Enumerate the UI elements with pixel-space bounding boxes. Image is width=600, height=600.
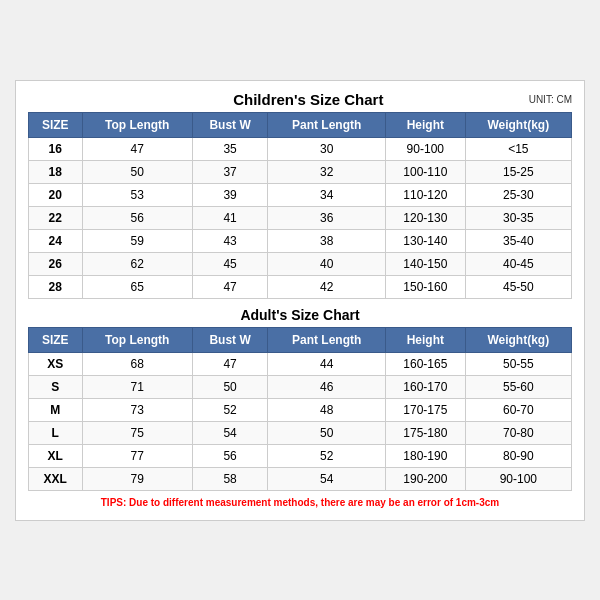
- table-row: 24594338130-14035-40: [29, 229, 572, 252]
- table-cell: 160-170: [385, 375, 465, 398]
- unit-label: UNIT: CM: [529, 94, 572, 105]
- adult-chart-title: Adult's Size Chart: [29, 298, 572, 327]
- adult-header-row: SIZE Top Length Bust W Pant Length Heigh…: [29, 327, 572, 352]
- table-cell: 41: [192, 206, 268, 229]
- adult-col-bust-w: Bust W: [192, 327, 268, 352]
- table-cell: 100-110: [385, 160, 465, 183]
- table-cell: XS: [29, 352, 83, 375]
- table-cell: 44: [268, 352, 386, 375]
- table-cell: 175-180: [385, 421, 465, 444]
- table-cell: 60-70: [465, 398, 571, 421]
- table-cell: 42: [268, 275, 386, 298]
- table-cell: 140-150: [385, 252, 465, 275]
- table-cell: M: [29, 398, 83, 421]
- table-cell: S: [29, 375, 83, 398]
- table-cell: <15: [465, 137, 571, 160]
- table-cell: 62: [82, 252, 192, 275]
- table-cell: 160-165: [385, 352, 465, 375]
- table-cell: 90-100: [385, 137, 465, 160]
- table-row: S715046160-17055-60: [29, 375, 572, 398]
- col-weight: Weight(kg): [465, 112, 571, 137]
- chart-container: Children's Size Chart UNIT: CM SIZE Top …: [15, 80, 585, 521]
- col-size: SIZE: [29, 112, 83, 137]
- col-top-length: Top Length: [82, 112, 192, 137]
- adult-col-pant-length: Pant Length: [268, 327, 386, 352]
- table-row: XL775652180-19080-90: [29, 444, 572, 467]
- table-cell: 47: [192, 275, 268, 298]
- adult-col-size: SIZE: [29, 327, 83, 352]
- table-cell: 56: [192, 444, 268, 467]
- table-cell: 24: [29, 229, 83, 252]
- main-title-row: Children's Size Chart UNIT: CM: [28, 91, 572, 108]
- table-cell: 180-190: [385, 444, 465, 467]
- table-row: M735248170-17560-70: [29, 398, 572, 421]
- table-row: 26624540140-15040-45: [29, 252, 572, 275]
- table-row: XS684744160-16550-55: [29, 352, 572, 375]
- table-cell: 170-175: [385, 398, 465, 421]
- table-cell: 50: [82, 160, 192, 183]
- adult-col-weight: Weight(kg): [465, 327, 571, 352]
- table-cell: 90-100: [465, 467, 571, 490]
- table-cell: 190-200: [385, 467, 465, 490]
- table-cell: 54: [268, 467, 386, 490]
- table-cell: 150-160: [385, 275, 465, 298]
- table-cell: 59: [82, 229, 192, 252]
- children-size-table: SIZE Top Length Bust W Pant Length Heigh…: [28, 112, 572, 510]
- table-cell: 30: [268, 137, 386, 160]
- table-cell: L: [29, 421, 83, 444]
- table-row: 22564136120-13030-35: [29, 206, 572, 229]
- table-cell: 25-30: [465, 183, 571, 206]
- table-cell: 130-140: [385, 229, 465, 252]
- table-cell: 30-35: [465, 206, 571, 229]
- table-cell: 37: [192, 160, 268, 183]
- table-cell: 40: [268, 252, 386, 275]
- table-row: 20533934110-12025-30: [29, 183, 572, 206]
- table-cell: 22: [29, 206, 83, 229]
- table-cell: 16: [29, 137, 83, 160]
- table-cell: 39: [192, 183, 268, 206]
- table-cell: 48: [268, 398, 386, 421]
- table-cell: 79: [82, 467, 192, 490]
- table-cell: 18: [29, 160, 83, 183]
- table-cell: 47: [192, 352, 268, 375]
- table-cell: 34: [268, 183, 386, 206]
- table-cell: 15-25: [465, 160, 571, 183]
- table-cell: 35: [192, 137, 268, 160]
- table-cell: 46: [268, 375, 386, 398]
- adult-title-row: Adult's Size Chart: [29, 298, 572, 327]
- table-cell: 32: [268, 160, 386, 183]
- col-pant-length: Pant Length: [268, 112, 386, 137]
- table-cell: 65: [82, 275, 192, 298]
- table-cell: 80-90: [465, 444, 571, 467]
- table-cell: 54: [192, 421, 268, 444]
- table-cell: 20: [29, 183, 83, 206]
- table-cell: 50-55: [465, 352, 571, 375]
- adult-col-height: Height: [385, 327, 465, 352]
- table-cell: 45: [192, 252, 268, 275]
- table-cell: 58: [192, 467, 268, 490]
- table-cell: 28: [29, 275, 83, 298]
- table-row: 1647353090-100<15: [29, 137, 572, 160]
- adult-col-top-length: Top Length: [82, 327, 192, 352]
- table-row: L755450175-18070-80: [29, 421, 572, 444]
- table-cell: 52: [268, 444, 386, 467]
- table-cell: 36: [268, 206, 386, 229]
- children-chart-title: Children's Size Chart: [88, 91, 529, 108]
- table-cell: 26: [29, 252, 83, 275]
- table-cell: 75: [82, 421, 192, 444]
- table-cell: 56: [82, 206, 192, 229]
- table-cell: 50: [192, 375, 268, 398]
- table-row: 18503732100-11015-25: [29, 160, 572, 183]
- table-cell: 35-40: [465, 229, 571, 252]
- table-cell: 43: [192, 229, 268, 252]
- table-cell: 40-45: [465, 252, 571, 275]
- table-cell: 53: [82, 183, 192, 206]
- table-cell: 50: [268, 421, 386, 444]
- table-cell: 77: [82, 444, 192, 467]
- table-cell: 68: [82, 352, 192, 375]
- table-cell: XL: [29, 444, 83, 467]
- table-cell: 38: [268, 229, 386, 252]
- table-cell: 45-50: [465, 275, 571, 298]
- tips-text: TIPS: Due to different measurement metho…: [29, 490, 572, 510]
- table-cell: 47: [82, 137, 192, 160]
